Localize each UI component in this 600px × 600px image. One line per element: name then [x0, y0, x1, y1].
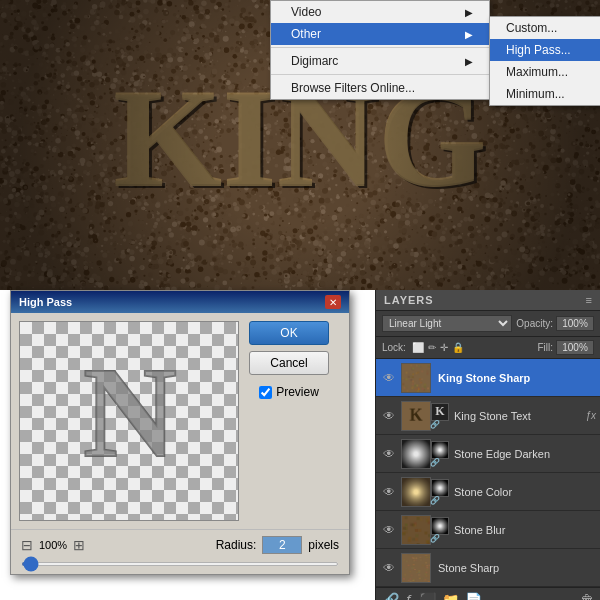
preview-label: Preview	[276, 385, 319, 399]
layer-row[interactable]: 👁🔗Stone Blur	[376, 511, 600, 549]
menu-separator-2	[271, 74, 489, 75]
lock-move-icon[interactable]: ✛	[440, 342, 448, 353]
layer-row[interactable]: 👁🔗Stone Color	[376, 473, 600, 511]
opacity-label: Opacity:	[516, 318, 553, 329]
layer-chain-icon: 🔗	[430, 496, 440, 505]
add-mask-icon[interactable]: ⬛	[419, 592, 436, 600]
layers-panel-title: LAYERS	[384, 294, 434, 306]
layer-name-label: Stone Sharp	[438, 562, 596, 574]
layer-visibility-icon[interactable]: 👁	[380, 371, 398, 385]
layers-menu-icon[interactable]: ≡	[586, 294, 592, 306]
fill-label: Fill:	[537, 342, 553, 353]
opacity-control: Opacity:	[516, 316, 594, 331]
fill-control: Fill:	[537, 340, 594, 355]
ok-button[interactable]: OK	[249, 321, 329, 345]
dialog-button-group: OK Cancel Preview	[249, 321, 329, 521]
submenu-item-maximum[interactable]: Maximum...	[490, 61, 600, 83]
dialog-titlebar: High Pass ✕	[11, 291, 349, 313]
menu-item-other[interactable]: Other ▶	[271, 23, 489, 45]
layer-visibility-icon[interactable]: 👁	[380, 561, 398, 575]
menu-separator	[271, 47, 489, 48]
layers-panel-header: LAYERS ≡	[376, 290, 600, 311]
layer-thumbnail-wrap: 🔗	[401, 515, 431, 545]
preview-check-row: Preview	[259, 385, 319, 399]
layer-chain-icon: 🔗	[430, 458, 440, 467]
lock-label: Lock:	[382, 342, 406, 353]
add-fx-icon[interactable]: ƒ	[405, 592, 413, 600]
layer-name-label: Stone Edge Darken	[454, 448, 596, 460]
layer-row[interactable]: 👁Stone Sharp	[376, 549, 600, 587]
dialog-close-button[interactable]: ✕	[325, 295, 341, 309]
zoom-controls: ⊟ 100% ⊞	[21, 537, 208, 553]
radius-slider[interactable]	[21, 562, 339, 566]
arrow-icon: ▶	[465, 7, 473, 18]
layer-visibility-icon[interactable]: 👁	[380, 523, 398, 537]
lock-icons: ⬜ ✏ ✛ 🔒	[412, 342, 464, 353]
zoom-in-icon[interactable]: ⊞	[73, 537, 85, 553]
layers-controls: Linear Light Normal Multiply Screen Over…	[376, 311, 600, 337]
delete-layer-icon[interactable]: 🗑	[580, 592, 594, 600]
blend-mode-select[interactable]: Linear Light Normal Multiply Screen Over…	[382, 315, 512, 332]
radius-input[interactable]	[262, 536, 302, 554]
layer-visibility-icon[interactable]: 👁	[380, 447, 398, 461]
submenu-item-minimum[interactable]: Minimum...	[490, 83, 600, 105]
layer-row[interactable]: 👁🔗Stone Edge Darken	[376, 435, 600, 473]
layer-mask-thumbnail	[431, 403, 449, 421]
layer-row[interactable]: 👁🔗King Stone Textƒx	[376, 397, 600, 435]
lock-transparent-icon[interactable]: ⬜	[412, 342, 424, 353]
layer-visibility-icon[interactable]: 👁	[380, 485, 398, 499]
pixels-label: pixels	[308, 538, 339, 552]
layer-list: 👁King Stone Sharp👁🔗King Stone Textƒx👁🔗St…	[376, 359, 600, 587]
layer-mask-thumbnail	[431, 441, 449, 459]
high-pass-dialog: High Pass ✕ OK Cancel Preview ⊟ 100% ⊞ R…	[10, 290, 350, 575]
radius-slider-row	[11, 560, 349, 574]
fill-input[interactable]	[556, 340, 594, 355]
layer-chain-icon: 🔗	[430, 420, 440, 429]
arrow-icon-other: ▶	[465, 29, 473, 40]
layer-thumbnail-wrap	[401, 363, 431, 393]
new-layer-icon[interactable]: 📄	[465, 592, 482, 600]
layer-thumbnail-wrap	[401, 553, 431, 583]
menu-item-video[interactable]: Video ▶	[271, 1, 489, 23]
submenu-item-custom[interactable]: Custom...	[490, 17, 600, 39]
dialog-preview	[19, 321, 239, 521]
dialog-title: High Pass	[19, 296, 72, 308]
layer-chain-icon: 🔗	[430, 534, 440, 543]
filter-menu[interactable]: Video ▶ Other ▶ Digimarc ▶ Browse Filter…	[270, 0, 490, 100]
layer-fx-badge: ƒx	[585, 410, 596, 421]
dialog-body: OK Cancel Preview	[11, 313, 349, 529]
zoom-out-icon[interactable]: ⊟	[21, 537, 33, 553]
radius-label: Radius:	[216, 538, 257, 552]
lock-paint-icon[interactable]: ✏	[428, 342, 436, 353]
lock-row: Lock: ⬜ ✏ ✛ 🔒 Fill:	[376, 337, 600, 359]
new-group-icon[interactable]: 📁	[442, 592, 459, 600]
zoom-value: 100%	[39, 539, 67, 551]
layers-panel: LAYERS ≡ Linear Light Normal Multiply Sc…	[375, 290, 600, 600]
layer-thumbnail-wrap: 🔗	[401, 477, 431, 507]
layer-thumbnail-wrap: 🔗	[401, 401, 431, 431]
link-layers-icon[interactable]: 🔗	[382, 592, 399, 600]
layer-name-label: King Stone Sharp	[438, 372, 596, 384]
layer-mask-thumbnail	[431, 517, 449, 535]
submenu-item-highpass[interactable]: High Pass...	[490, 39, 600, 61]
preview-checkbox[interactable]	[259, 386, 272, 399]
layer-name-label: King Stone Text	[454, 410, 581, 422]
menu-item-browse[interactable]: Browse Filters Online...	[271, 77, 489, 99]
layer-row[interactable]: 👁King Stone Sharp	[376, 359, 600, 397]
radius-controls: Radius: pixels	[216, 536, 339, 554]
other-submenu[interactable]: Custom... High Pass... Maximum... Minimu…	[489, 16, 600, 106]
layer-visibility-icon[interactable]: 👁	[380, 409, 398, 423]
arrow-icon-digimarc: ▶	[465, 56, 473, 67]
layer-name-label: Stone Color	[454, 486, 596, 498]
layer-thumbnail-wrap: 🔗	[401, 439, 431, 469]
menu-item-digimarc[interactable]: Digimarc ▶	[271, 50, 489, 72]
lock-all-icon[interactable]: 🔒	[452, 342, 464, 353]
opacity-input[interactable]	[556, 316, 594, 331]
layer-mask-thumbnail	[431, 479, 449, 497]
layers-footer: 🔗 ƒ ⬛ 📁 📄 🗑	[376, 587, 600, 600]
cancel-button[interactable]: Cancel	[249, 351, 329, 375]
layer-name-label: Stone Blur	[454, 524, 596, 536]
